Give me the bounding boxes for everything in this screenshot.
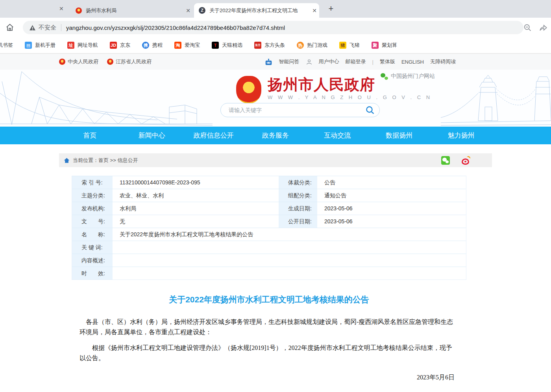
nav-item[interactable]: 数据扬州	[368, 127, 430, 144]
wechat-share-icon[interactable]	[441, 156, 450, 165]
info-table-value: 水利局	[113, 202, 278, 215]
gov-utility-links: 智能问答 用户中心 邮箱登录 | 繁体版 ENGLISH 无障碍阅读	[264, 58, 456, 66]
user-icon	[306, 59, 312, 65]
bookmark-item[interactable]: 热热门游戏	[297, 42, 327, 49]
nav-item[interactable]: 政府信息公开	[183, 127, 244, 144]
info-table-row: 主题分类:农业、林业、水利组配分类:通知公告	[72, 189, 466, 202]
user-center-link[interactable]: 用户中心	[319, 58, 339, 65]
bookmark-item[interactable]: 淘爱淘宝	[174, 42, 200, 49]
article-title: 关于2022年度扬州市水利工程文明工地考核结果的公告	[72, 294, 466, 305]
info-table-value	[113, 254, 466, 267]
breadcrumb-text[interactable]: 当前位置：首页 >> 信息公开	[73, 157, 138, 164]
info-table-value: 11321000014407098E-2023-095	[113, 176, 278, 189]
info-table-label: 索 引 号:	[72, 176, 113, 189]
not-secure-warning-icon	[29, 25, 36, 31]
bookmark-label: 京东	[120, 42, 130, 49]
national-emblem-icon	[107, 59, 113, 65]
national-emblem-icon	[59, 59, 65, 65]
bookmark-item[interactable]: 东方东方头条	[254, 42, 285, 49]
portal-label[interactable]: 中国扬州门户网站	[381, 73, 435, 80]
bookmark-label: 新机手册	[35, 42, 55, 49]
gov-link[interactable]: 中央人民政府	[59, 58, 98, 65]
article-date: 2023年5月6日	[72, 374, 466, 382]
divider: |	[372, 59, 373, 65]
nav-item[interactable]: 互动交流	[307, 127, 368, 144]
tab-yangzhou-water-bureau[interactable]: 扬州市水利局 ✕	[71, 3, 193, 18]
info-table-label: 发布机构:	[72, 202, 113, 215]
info-table-row: 索 引 号:11321000014407098E-2023-095体裁分类:公告	[72, 176, 466, 189]
search-icon[interactable]	[365, 105, 375, 115]
bookmark-label: 东方头条	[264, 42, 285, 49]
info-table-label: 生成日期:	[278, 202, 317, 215]
article-paragraph: 各县（市、区）水利（务）局，扬州经济开发区城乡事务管理局，生态科技新城规划建设局…	[80, 317, 455, 337]
bridge-sketch-left	[0, 70, 213, 127]
info-table-value: 农业、林业、水利	[113, 189, 278, 202]
info-table-row: 文 号:无公开日期:2023-05-06	[72, 215, 466, 228]
bookmark-item[interactable]: 聚聚划算	[372, 42, 397, 49]
nav-item[interactable]: 新闻中心	[121, 127, 183, 144]
bookmark-item[interactable]: 机书签	[0, 42, 13, 49]
search-input[interactable]	[228, 107, 365, 114]
nav-item[interactable]: 魅力扬州	[430, 127, 492, 144]
close-tab-icon[interactable]: ✕	[183, 7, 193, 15]
bookmark-item[interactable]: JD京东	[110, 42, 130, 49]
bookmark-favicon-icon: 热	[297, 42, 304, 49]
info-table: 索 引 号:11321000014407098E-2023-095体裁分类:公告…	[72, 176, 466, 280]
info-table-label: 文 号:	[72, 215, 113, 228]
traditional-chinese-link[interactable]: 繁体版	[380, 58, 395, 65]
zoom-out-icon[interactable]	[523, 24, 532, 32]
info-table-row: 时 效:	[72, 267, 466, 280]
article-body: 各县（市、区）水利（务）局，扬州经济开发区城乡事务管理局，生态科技新城规划建设局…	[72, 317, 466, 363]
browser-window: ✕ 扬州市水利局 ✕ Z 关于2022年度扬州市水利工程文明工地 ✕ + 不安全	[0, 0, 551, 392]
bookmark-favicon-icon: ▤	[25, 42, 32, 49]
accessibility-link[interactable]: 无障碍阅读	[430, 58, 456, 65]
gov-top-bar: 中央人民政府江苏省人民政府 智能问答 用户中心 邮箱登录 | 繁体版	[0, 53, 551, 70]
close-tab-icon[interactable]: ✕	[310, 7, 319, 15]
bookmark-item[interactable]: T天猫精选	[212, 42, 242, 49]
site-favicon-icon: Z	[199, 7, 205, 14]
tab-bar: ✕ 扬州市水利局 ✕ Z 关于2022年度扬州市水利工程文明工地 ✕ +	[0, 0, 551, 18]
bookmark-label: 网址导航	[78, 42, 98, 49]
new-tab-button[interactable]: +	[325, 3, 337, 15]
nav-item[interactable]: 政务服务	[244, 127, 306, 144]
bookmark-item[interactable]: ▤新机手册	[25, 42, 55, 49]
bookmark-favicon-icon: 携	[142, 42, 149, 49]
bookmark-item[interactable]: 携携程	[142, 42, 163, 49]
info-table-label: 关 键 词:	[72, 241, 113, 254]
info-table-value: 公告	[317, 176, 466, 189]
info-table-label: 名 称:	[72, 228, 113, 241]
page-main: 当前位置：首页 >> 信息公开 索 引 号:11321000014407098E…	[0, 144, 551, 392]
english-link[interactable]: ENGLISH	[401, 59, 424, 65]
emblem-favicon-icon	[76, 7, 82, 14]
info-table-label: 时 效:	[72, 267, 113, 280]
url-text[interactable]: yangzhou.gov.cn/yzszxxgk/slj/202305/210c…	[66, 24, 285, 31]
info-table-row: 发布机构:水利局生成日期:2023-05-06	[72, 202, 466, 215]
weibo-share-icon[interactable]	[462, 156, 470, 165]
bookmark-label: 热门游戏	[307, 42, 327, 49]
main-nav-bar: 首页新闻中心政府信息公开政务服务互动交流数据扬州魅力扬州	[0, 127, 551, 144]
site-logo[interactable]: 扬州市人民政府 W W W . Y A N G Z H O U . G O V …	[236, 76, 432, 103]
smart-qa-link[interactable]: 智能问答	[279, 58, 300, 65]
bookmark-item[interactable]: 猪飞猪	[339, 42, 360, 49]
info-table-value	[113, 267, 466, 280]
address-bar[interactable]: 不安全 yangzhou.gov.cn/yzszxxgk/slj/202305/…	[23, 21, 523, 34]
bookmark-item[interactable]: 址网址导航	[67, 42, 98, 49]
info-table-label: 主题分类:	[72, 189, 113, 202]
breadcrumb-home-icon[interactable]	[64, 158, 70, 163]
close-tab-icon[interactable]: ✕	[57, 5, 66, 13]
bookmark-label: 聚划算	[382, 42, 397, 49]
site-url: W W W . Y A N G Z H O U . G O V . C N	[268, 94, 432, 100]
mail-login-link[interactable]: 邮箱登录	[346, 58, 366, 65]
info-table-value: 2023-05-06	[317, 215, 466, 228]
bookmark-favicon-icon: 址	[67, 42, 74, 49]
site-header: 扬州市人民政府 W W W . Y A N G Z H O U . G O V …	[0, 70, 551, 127]
tab-title: 关于2022年度扬州市水利工程文明工地	[209, 7, 310, 14]
info-table-value: 关于2022年度扬州市水利工程文明工地考核结果的公告	[113, 228, 466, 241]
share-icon[interactable]	[539, 24, 547, 32]
tab-announcement-active[interactable]: Z 关于2022年度扬州市水利工程文明工地 ✕	[194, 3, 319, 18]
info-table-row: 名 称:关于2022年度扬州市水利工程文明工地考核结果的公告	[72, 228, 466, 241]
home-icon[interactable]	[6, 23, 14, 32]
nav-item[interactable]: 首页	[59, 127, 121, 144]
info-table-value: 2023-05-06	[317, 202, 466, 215]
gov-link[interactable]: 江苏省人民政府	[107, 58, 152, 65]
